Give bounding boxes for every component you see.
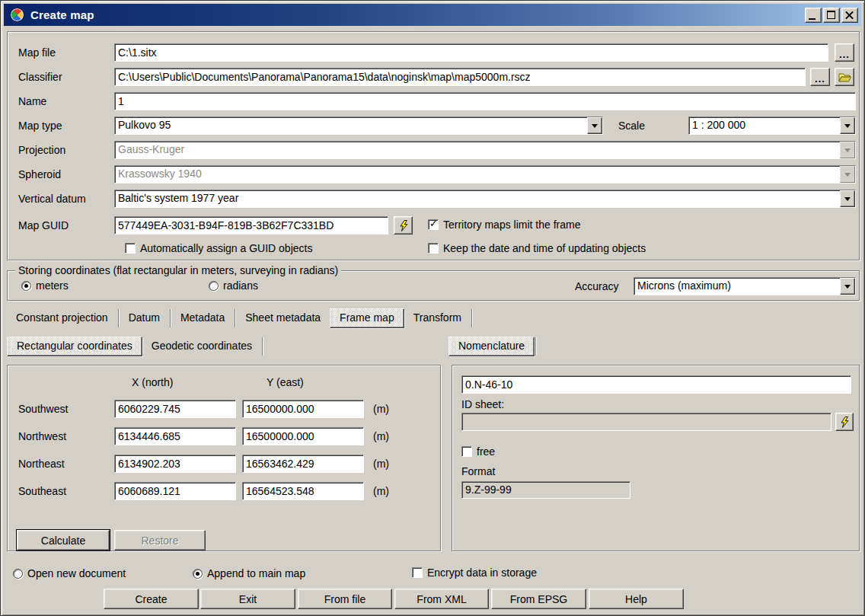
corner-label-southeast: Southeast bbox=[18, 485, 66, 497]
id-sheet-label: ID sheet: bbox=[461, 398, 504, 410]
tab-transform[interactable]: Transform bbox=[404, 309, 471, 327]
unit-label: (m) bbox=[373, 403, 389, 415]
territory-limit-checkbox[interactable]: Territory maps limit the frame bbox=[428, 219, 580, 231]
southeast-x-input[interactable] bbox=[114, 482, 236, 500]
tab-geodetic-coordinates[interactable]: Geodetic coordinates bbox=[142, 337, 261, 356]
browse-map-file-button[interactable]: ... bbox=[835, 43, 854, 62]
restore-button: Restore bbox=[114, 530, 206, 551]
meters-label: meters bbox=[36, 279, 69, 292]
checkbox-icon bbox=[428, 243, 439, 254]
free-checkbox[interactable]: free bbox=[461, 445, 495, 458]
tab-metadata[interactable]: Metadata bbox=[171, 309, 234, 327]
classifier-input[interactable] bbox=[114, 68, 806, 86]
radians-label: radians bbox=[223, 279, 258, 292]
from-file-button[interactable]: From file bbox=[298, 589, 392, 609]
main-tabs: Constant projection Datum Metadata Sheet… bbox=[7, 308, 473, 329]
open-new-document-radio[interactable]: Open new document bbox=[13, 567, 126, 579]
from-xml-button[interactable]: From XML bbox=[394, 589, 489, 609]
southwest-x-input[interactable] bbox=[114, 400, 236, 418]
tab-constant-projection[interactable]: Constant projection bbox=[7, 309, 117, 327]
radio-icon bbox=[209, 281, 219, 291]
from-epsg-button[interactable]: From EPSG bbox=[491, 589, 586, 609]
scale-select[interactable]: 1 : 200 000 bbox=[688, 116, 856, 135]
vertical-datum-value: Baltic's system 1977 year bbox=[118, 192, 837, 204]
generate-guid-button[interactable] bbox=[394, 216, 413, 235]
chevron-down-icon[interactable] bbox=[840, 278, 855, 295]
vertical-datum-select[interactable]: Baltic's system 1977 year bbox=[114, 190, 856, 208]
maximize-button[interactable] bbox=[823, 8, 840, 23]
free-label: free bbox=[477, 445, 495, 458]
format-label: Format bbox=[461, 465, 495, 477]
accuracy-select[interactable]: Microns (maximum) bbox=[634, 277, 856, 295]
map-type-value: Pulkovo 95 bbox=[118, 119, 584, 131]
storing-coordinates-title: Storing coordinates (flat rectangular in… bbox=[15, 264, 341, 276]
minimize-icon bbox=[809, 18, 816, 20]
chevron-down-icon[interactable] bbox=[840, 190, 855, 207]
calculate-button[interactable]: Calculate bbox=[17, 530, 110, 551]
accuracy-label: Accuracy bbox=[575, 280, 619, 292]
map-guid-label: Map GUID bbox=[18, 219, 69, 231]
vertical-datum-label: Vertical datum bbox=[18, 193, 86, 205]
rectangular-coordinates-panel: X (north) Y (east) Southwest (m) Northwe… bbox=[7, 365, 441, 551]
accuracy-value: Microns (maximum) bbox=[637, 279, 837, 292]
chevron-down-icon[interactable] bbox=[587, 117, 602, 134]
coordinate-subtabs: Rectangular coordinates Geodetic coordin… bbox=[7, 336, 263, 357]
checkbox-icon bbox=[125, 243, 136, 254]
encrypt-data-checkbox[interactable]: Encrypt data in storage bbox=[412, 567, 537, 579]
radio-icon bbox=[21, 281, 31, 291]
append-to-main-map-radio[interactable]: Append to main map bbox=[193, 567, 305, 579]
name-label: Name bbox=[18, 95, 46, 107]
close-button[interactable] bbox=[841, 8, 858, 23]
northeast-y-input[interactable] bbox=[242, 455, 364, 473]
nomenclature-subtabs: Nomenclature bbox=[448, 336, 537, 357]
minimize-button[interactable] bbox=[805, 8, 822, 23]
name-input[interactable] bbox=[114, 92, 856, 110]
chevron-down-icon[interactable] bbox=[840, 117, 855, 134]
map-guid-input[interactable] bbox=[114, 216, 388, 235]
auto-guid-checkbox[interactable]: Automatically assign a GUID objects bbox=[125, 242, 312, 254]
tab-datum[interactable]: Datum bbox=[120, 309, 169, 327]
southeast-y-input[interactable] bbox=[242, 482, 364, 500]
northwest-y-input[interactable] bbox=[242, 427, 364, 445]
tab-rectangular-coordinates[interactable]: Rectangular coordinates bbox=[7, 337, 142, 356]
radians-radio[interactable]: radians bbox=[209, 279, 258, 292]
southwest-y-input[interactable] bbox=[242, 400, 364, 418]
create-map-dialog: Create map Map file ... Classifier ... N… bbox=[0, 0, 865, 616]
map-type-select[interactable]: Pulkovo 95 bbox=[114, 116, 603, 135]
keep-date-label: Keep the date and time of updating objec… bbox=[443, 242, 646, 254]
chevron-down-icon bbox=[840, 166, 855, 183]
tab-frame-map[interactable]: Frame map bbox=[330, 308, 404, 328]
projection-label: Projection bbox=[18, 144, 65, 156]
northeast-x-input[interactable] bbox=[114, 455, 236, 473]
map-file-input[interactable] bbox=[114, 43, 828, 62]
projection-value: Gauss-Kruger bbox=[118, 143, 837, 155]
open-classifier-button[interactable] bbox=[835, 68, 854, 86]
meters-radio[interactable]: meters bbox=[21, 279, 69, 292]
encrypt-data-label: Encrypt data in storage bbox=[427, 567, 537, 579]
checkbox-icon bbox=[412, 567, 423, 578]
help-button[interactable]: Help bbox=[589, 589, 684, 609]
browse-classifier-button[interactable]: ... bbox=[810, 68, 830, 86]
unit-label: (m) bbox=[373, 430, 389, 442]
ellipsis-icon: ... bbox=[839, 47, 850, 58]
folder-open-icon bbox=[838, 72, 851, 82]
northwest-x-input[interactable] bbox=[114, 427, 236, 445]
checkbox-icon bbox=[428, 219, 439, 230]
tab-sheet-metadata[interactable]: Sheet metadata bbox=[236, 309, 330, 327]
app-icon bbox=[10, 8, 24, 22]
keep-date-checkbox[interactable]: Keep the date and time of updating objec… bbox=[428, 242, 646, 254]
map-file-label: Map file bbox=[18, 46, 56, 59]
corner-label-northwest: Northwest bbox=[18, 430, 66, 442]
auto-guid-label: Automatically assign a GUID objects bbox=[140, 242, 312, 254]
create-button[interactable]: Create bbox=[104, 589, 199, 609]
classifier-label: Classifier bbox=[18, 71, 62, 83]
generate-id-sheet-button[interactable] bbox=[835, 413, 854, 431]
titlebar[interactable]: Create map bbox=[4, 4, 861, 26]
tab-nomenclature[interactable]: Nomenclature bbox=[448, 337, 535, 356]
nomenclature-input[interactable] bbox=[461, 375, 851, 394]
exit-button[interactable]: Exit bbox=[200, 589, 295, 609]
column-x-header: X (north) bbox=[132, 376, 173, 388]
radio-icon bbox=[193, 569, 203, 579]
radio-icon bbox=[13, 569, 23, 579]
column-y-header: Y (east) bbox=[267, 376, 304, 388]
